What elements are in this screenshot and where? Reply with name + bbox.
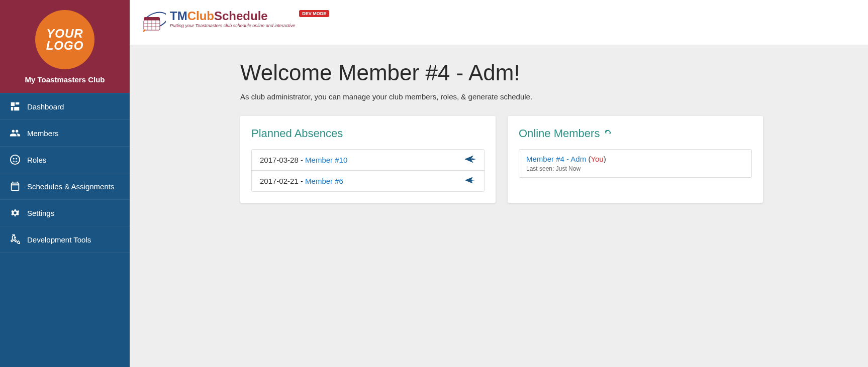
dashboard-icon bbox=[9, 100, 21, 112]
sidebar-item-settings[interactable]: Settings bbox=[0, 199, 130, 226]
svg-point-1 bbox=[13, 158, 15, 160]
devtools-icon bbox=[9, 233, 21, 246]
brand-title: TMClubSchedule bbox=[170, 10, 295, 22]
absences-list: 2017-03-28 - Member #10 2017-02-21 - Mem… bbox=[251, 149, 485, 192]
brand-calendar-icon bbox=[141, 10, 166, 35]
sidebar-item-label: Members bbox=[27, 129, 59, 138]
brand-club: Club bbox=[187, 9, 214, 23]
brand-tm: TM bbox=[170, 9, 187, 23]
svg-point-0 bbox=[11, 155, 20, 164]
online-member-item: Member #4 - Adm (You) Last seen: Just No… bbox=[519, 149, 752, 178]
send-reminder-button[interactable] bbox=[465, 155, 476, 165]
last-seen-value: Just Now bbox=[556, 165, 581, 172]
topbar: TMClubSchedule Putting your Toastmasters… bbox=[130, 0, 868, 45]
last-seen: Last seen: Just Now bbox=[526, 165, 744, 172]
svg-point-2 bbox=[16, 158, 17, 160]
brand-logo[interactable]: TMClubSchedule Putting your Toastmasters… bbox=[141, 10, 329, 35]
gear-icon bbox=[9, 207, 21, 219]
club-name: My Toastmasters Club bbox=[0, 75, 130, 84]
main: TMClubSchedule Putting your Toastmasters… bbox=[130, 0, 868, 367]
absence-member-link[interactable]: Member #10 bbox=[305, 156, 347, 164]
sidebar-item-label: Dashboard bbox=[27, 102, 64, 111]
content: Welcome Member #4 - Adm! As club adminis… bbox=[130, 45, 868, 218]
online-member-name: Member #4 - Adm (You) bbox=[526, 155, 744, 163]
cards-row: Planned Absences 2017-03-28 - Member #10 bbox=[240, 116, 868, 203]
page-title: Welcome Member #4 - Adm! bbox=[240, 60, 868, 85]
roles-icon bbox=[9, 154, 21, 166]
absence-date: 2017-03-28 bbox=[260, 156, 299, 164]
logo-text-line1: YOUR bbox=[46, 28, 83, 40]
members-icon bbox=[9, 127, 21, 139]
logo-text-line2: LOGO bbox=[46, 40, 84, 52]
send-reminder-button[interactable] bbox=[465, 176, 476, 186]
sidebar-item-label: Settings bbox=[27, 209, 54, 217]
absence-row: 2017-02-21 - Member #6 bbox=[252, 171, 484, 191]
calendar-icon bbox=[9, 180, 21, 192]
card-heading-online: Online Members bbox=[519, 127, 752, 140]
brand-text: TMClubSchedule Putting your Toastmasters… bbox=[170, 10, 295, 28]
brand-tagline: Putting your Toastmasters club schedule … bbox=[170, 23, 295, 28]
absence-row: 2017-03-28 - Member #10 bbox=[252, 150, 484, 171]
brand-schedule: Schedule bbox=[214, 9, 268, 23]
absence-date: 2017-02-21 bbox=[260, 177, 299, 185]
sidebar-item-members[interactable]: Members bbox=[0, 119, 130, 146]
dev-mode-badge: DEV MODE bbox=[299, 10, 329, 17]
page-subtitle: As club administrator, you can manage yo… bbox=[240, 92, 868, 101]
sidebar-item-label: Roles bbox=[27, 156, 46, 164]
logo-area: YOUR LOGO My Toastmasters Club bbox=[0, 0, 130, 93]
last-seen-label: Last seen: bbox=[526, 165, 556, 172]
absence-sep: - bbox=[299, 156, 305, 164]
card-planned-absences: Planned Absences 2017-03-28 - Member #10 bbox=[240, 116, 496, 203]
member-link[interactable]: Member #4 - Adm bbox=[526, 155, 586, 163]
sidebar-item-dashboard[interactable]: Dashboard bbox=[0, 93, 130, 119]
absence-row-text: 2017-02-21 - Member #6 bbox=[260, 177, 343, 185]
sidebar-item-roles[interactable]: Roles bbox=[0, 146, 130, 173]
sidebar: YOUR LOGO My Toastmasters Club Dashboard… bbox=[0, 0, 130, 367]
logo-placeholder: YOUR LOGO bbox=[35, 10, 94, 69]
card-heading-absences: Planned Absences bbox=[251, 127, 485, 140]
absence-member-link[interactable]: Member #6 bbox=[305, 177, 343, 185]
svg-point-3 bbox=[14, 237, 16, 239]
absence-sep: - bbox=[299, 177, 305, 185]
you-label: You bbox=[591, 155, 603, 163]
absence-row-text: 2017-03-28 - Member #10 bbox=[260, 156, 347, 164]
sidebar-item-label: Development Tools bbox=[27, 235, 91, 244]
refresh-button[interactable] bbox=[605, 130, 612, 137]
card-heading-text: Online Members bbox=[519, 127, 600, 140]
card-online-members: Online Members Member #4 - Adm (You) Las… bbox=[508, 116, 763, 203]
sidebar-item-schedules[interactable]: Schedules & Assignments bbox=[0, 173, 130, 199]
sidebar-item-label: Schedules & Assignments bbox=[27, 182, 114, 191]
sidebar-item-devtools[interactable]: Development Tools bbox=[0, 226, 130, 253]
card-heading-text: Planned Absences bbox=[251, 127, 343, 140]
paren-close: ) bbox=[604, 155, 606, 163]
paren-open: ( bbox=[586, 155, 591, 163]
